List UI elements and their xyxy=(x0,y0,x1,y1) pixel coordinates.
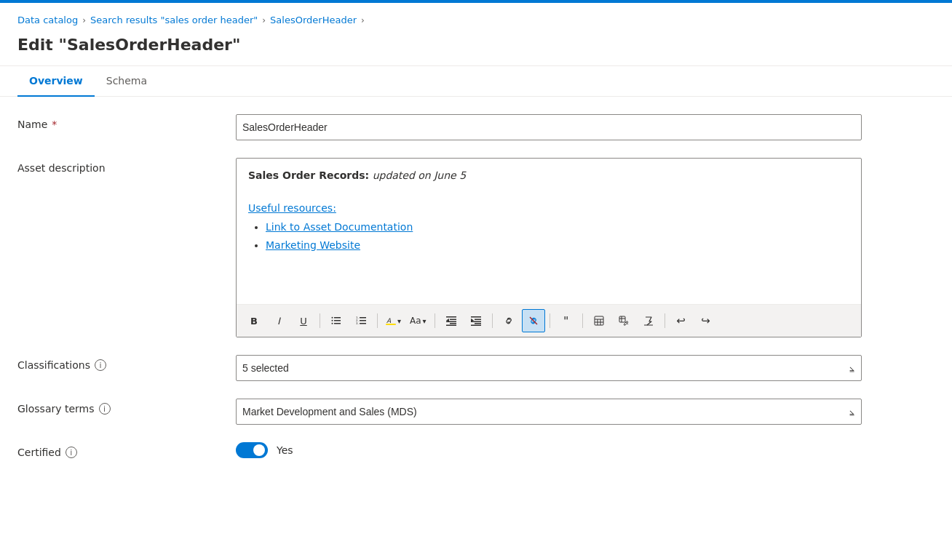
description-label: Asset description xyxy=(17,158,236,174)
svg-rect-9 xyxy=(360,320,366,321)
glossary-row: Glossary terms i Market Development and … xyxy=(17,399,935,425)
svg-rect-0 xyxy=(334,317,341,319)
classifications-field-wrapper: 5 selected ⦥ xyxy=(236,355,862,381)
certified-label: Certified i xyxy=(17,442,236,458)
glossary-info-icon[interactable]: i xyxy=(99,403,111,415)
svg-point-5 xyxy=(332,323,333,324)
toolbar-clear-format-btn[interactable] xyxy=(637,309,660,332)
svg-rect-22 xyxy=(475,319,481,321)
svg-point-3 xyxy=(332,320,333,321)
svg-rect-13 xyxy=(386,324,396,325)
toolbar-sep-3 xyxy=(435,313,435,328)
toolbar-remove-link-btn[interactable] xyxy=(522,309,545,332)
toolbar-sep-5 xyxy=(550,313,550,328)
breadcrumb-search-results[interactable]: Search results "sales order header" xyxy=(90,15,258,25)
link-asset-documentation[interactable]: Link to Asset Documentation xyxy=(266,221,413,233)
svg-rect-2 xyxy=(334,320,341,321)
resource-links-list: Link to Asset Documentation Marketing We… xyxy=(266,219,849,253)
toolbar-sep-2 xyxy=(377,313,378,328)
name-label: Name * xyxy=(17,114,236,130)
svg-rect-19 xyxy=(446,325,456,327)
svg-rect-11 xyxy=(360,323,366,324)
breadcrumb: Data catalog › Search results "sales ord… xyxy=(0,3,952,33)
rich-text-toolbar: B I U 1.2.3. A ▾ Aa xyxy=(237,304,861,337)
toolbar-unordered-list-btn[interactable] xyxy=(325,309,348,332)
toolbar-table-btn[interactable] xyxy=(587,309,611,332)
certified-row: Certified i Yes xyxy=(17,442,935,458)
description-row: Asset description Sales Order Records: u… xyxy=(17,158,935,337)
link-marketing-website[interactable]: Marketing Website xyxy=(266,239,360,251)
svg-rect-20 xyxy=(471,316,481,318)
classifications-select-wrapper: 5 selected ⦥ xyxy=(236,355,862,381)
required-indicator: * xyxy=(52,119,57,130)
toggle-thumb xyxy=(253,444,265,456)
certified-toggle-label: Yes xyxy=(277,444,293,456)
certified-info-icon[interactable]: i xyxy=(66,447,77,458)
svg-rect-14 xyxy=(446,316,456,318)
toolbar-bold-btn[interactable]: B xyxy=(242,309,266,332)
svg-point-1 xyxy=(332,317,333,319)
description-italic: updated on June 5 xyxy=(369,169,466,181)
certified-toggle-row: Yes xyxy=(236,442,862,458)
svg-rect-23 xyxy=(471,321,481,323)
toolbar-insert-link-btn[interactable] xyxy=(497,309,520,332)
svg-text:3.: 3. xyxy=(356,321,359,325)
svg-rect-25 xyxy=(471,325,481,327)
useful-resources-label[interactable]: Useful resources: xyxy=(248,202,336,214)
toolbar-highlight-btn[interactable]: A ▾ xyxy=(382,309,405,332)
toolbar-italic-btn[interactable]: I xyxy=(267,309,290,332)
name-field-wrapper xyxy=(236,114,862,140)
toolbar-redo-btn[interactable]: ↪ xyxy=(694,309,718,332)
glossary-select-wrapper: Market Development and Sales (MDS) ⦥ xyxy=(236,399,862,425)
tabs-bar: Overview Schema xyxy=(0,66,952,97)
rich-text-content[interactable]: Sales Order Records: updated on June 5 U… xyxy=(237,159,861,304)
svg-rect-4 xyxy=(334,323,341,324)
toolbar-sep-6 xyxy=(582,313,583,328)
tab-overview[interactable]: Overview xyxy=(17,66,95,97)
breadcrumb-sep-3: › xyxy=(361,15,365,25)
description-bold: Sales Order Records: xyxy=(248,169,369,181)
toolbar-sep-7 xyxy=(665,313,665,328)
name-input[interactable] xyxy=(236,114,862,140)
toolbar-blockquote-btn[interactable]: " xyxy=(555,309,578,332)
breadcrumb-data-catalog[interactable]: Data catalog xyxy=(17,15,78,25)
toolbar-outdent-btn[interactable] xyxy=(440,309,463,332)
toolbar-font-size-btn[interactable]: Aa ▾ xyxy=(406,309,430,332)
toolbar-indent-btn[interactable] xyxy=(464,309,488,332)
toolbar-underline-btn[interactable]: U xyxy=(292,309,315,332)
certified-toggle[interactable] xyxy=(236,442,268,458)
page-title: Edit "SalesOrderHeader" xyxy=(0,33,952,65)
classifications-info-icon[interactable]: i xyxy=(95,359,106,371)
toggle-track xyxy=(236,442,268,458)
breadcrumb-sep-2: › xyxy=(262,15,266,25)
svg-rect-32 xyxy=(619,316,625,322)
classifications-select[interactable]: 5 selected xyxy=(236,355,862,381)
classifications-row: Classifications i 5 selected ⦥ xyxy=(17,355,935,381)
glossary-field-wrapper: Market Development and Sales (MDS) ⦥ xyxy=(236,399,862,425)
glossary-select[interactable]: Market Development and Sales (MDS) xyxy=(236,399,862,425)
breadcrumb-sales-order-header[interactable]: SalesOrderHeader xyxy=(270,15,357,25)
tab-schema[interactable]: Schema xyxy=(95,66,159,97)
toolbar-sep-4 xyxy=(492,313,493,328)
svg-rect-17 xyxy=(446,321,456,323)
svg-rect-27 xyxy=(595,316,603,325)
toolbar-undo-btn[interactable]: ↩ xyxy=(670,309,693,332)
toolbar-ordered-list-btn[interactable]: 1.2.3. xyxy=(349,309,373,332)
svg-rect-18 xyxy=(450,323,456,324)
description-field-wrapper: Sales Order Records: updated on June 5 U… xyxy=(236,158,862,337)
breadcrumb-sep-1: › xyxy=(82,15,86,25)
toolbar-sep-1 xyxy=(320,313,320,328)
name-row: Name * xyxy=(17,114,935,140)
rich-text-editor[interactable]: Sales Order Records: updated on June 5 U… xyxy=(236,158,862,337)
svg-rect-7 xyxy=(360,317,366,319)
toolbar-table-edit-btn[interactable] xyxy=(612,309,635,332)
form-area: Name * Asset description Sales Order Rec… xyxy=(0,97,952,493)
classifications-label: Classifications i xyxy=(17,355,236,371)
certified-field-wrapper: Yes xyxy=(236,442,862,458)
svg-text:A: A xyxy=(386,317,392,324)
svg-rect-24 xyxy=(475,323,481,324)
glossary-label: Glossary terms i xyxy=(17,399,236,415)
svg-rect-16 xyxy=(450,319,456,321)
